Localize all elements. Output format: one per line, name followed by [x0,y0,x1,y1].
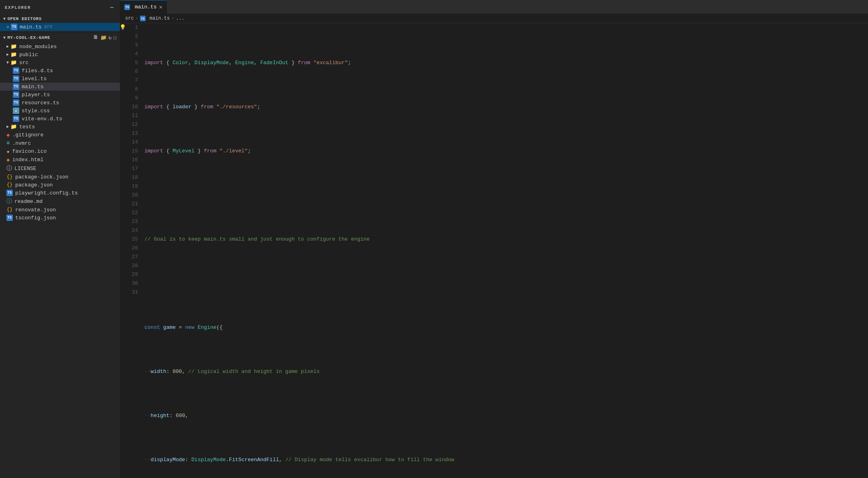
folder-public[interactable]: ► 📁 public [0,51,120,59]
code-line-10: ··displayMode: DisplayMode.FitScreenAndF… [144,456,868,464]
folder-tests-label: tests [19,124,35,130]
more-options-icon[interactable]: ⋯ [110,3,115,12]
folder-tests[interactable]: ► 📁 tests [0,123,120,131]
breadcrumb-sep1: › [136,16,138,21]
json-icon-package-lock: {} [6,174,13,180]
git-icon: ◆ [6,132,10,138]
file-resources-ts-label: resources.ts [22,100,59,106]
folder-src-arrow: ▼ [6,61,9,65]
file-package-lock-json-label: package-lock.json [15,174,69,180]
lightbulb-icon: 💡 [120,23,126,32]
file-tsconfig-json[interactable]: TS tsconfig.json [0,214,120,222]
file-files-d-ts[interactable]: TS files.d.ts [0,67,120,75]
file-nvmrc-label: .nvmrc [12,140,31,146]
breadcrumb-file[interactable]: main.ts [150,16,170,21]
folder-node-modules[interactable]: ► 📁 node_modules [0,43,120,51]
json-icon-package: {} [6,182,13,188]
file-playwright-config-ts[interactable]: TS playwright.config.ts [0,189,120,197]
json-icon-renovate: {} [6,207,13,213]
ts-icon-vite-env: TS [13,115,19,122]
sidebar-header: EXPLORER ⋯ [0,0,120,15]
file-nvmrc[interactable]: ≡ .nvmrc [0,139,120,147]
license-icon: ⓘ [6,165,12,172]
code-lines: import { Color, DisplayMode, Engine, Fad… [141,23,868,478]
folder-src[interactable]: ▼ 📁 src [0,59,120,67]
ts-icon-level-ts: TS [13,75,19,82]
code-line-2: import { loader } from "./resources"; [144,103,868,111]
tab-main-ts[interactable]: TS main.ts ✕ [120,0,167,14]
file-gitignore[interactable]: ◆ .gitignore [0,131,120,139]
sidebar-header-icons: ⋯ [110,3,115,12]
editor-area: TS main.ts ✕ src › TS main.ts › ... 💡 1 … [120,0,868,478]
ts-icon-playwright: TS [6,190,13,196]
folder-public-label: public [19,52,38,58]
file-level-ts[interactable]: TS level.ts [0,75,120,83]
refresh-icon[interactable]: ↻ [108,34,112,41]
project-label: MY-COOL-EX-GAME [8,35,51,40]
breadcrumb-sep2: › [171,16,174,21]
tab-bar: TS main.ts ✕ [120,0,868,14]
folder-public-icon: 📁 [10,51,17,58]
file-style-css-label: style.css [22,108,50,114]
file-style-css[interactable]: # style.css [0,107,120,115]
code-editor[interactable]: 💡 1 2 3 4 5 6 7 8 9 10 11 12 13 14 15 16… [120,23,868,478]
tab-ts-icon: TS [124,4,130,10]
file-tree: ► 📁 node_modules ► 📁 public ▼ 📁 src TS f… [0,43,120,222]
project-arrow: ▼ [3,36,6,40]
code-line-5: // Goal is to keep main.ts small and jus… [144,235,868,244]
tab-filename: main.ts [135,4,157,10]
file-resources-ts[interactable]: TS resources.ts [0,99,120,107]
file-renovate-json[interactable]: {} renovate.json [0,206,120,214]
file-tsconfig-json-label: tsconfig.json [15,215,56,221]
file-vite-env-d-ts[interactable]: TS vite-env.d.ts [0,115,120,123]
file-license[interactable]: ⓘ LICENSE [0,164,120,173]
close-open-editor-icon[interactable]: ✕ [6,24,9,30]
open-editor-main-ts[interactable]: ✕ TS main.ts src [0,23,120,31]
breadcrumb-ts-icon: TS [140,16,146,21]
ico-icon: ★ [6,148,10,155]
file-readme-md[interactable]: ⓘ readme.md [0,197,120,206]
tab-close-icon[interactable]: ✕ [159,4,162,10]
project-actions: 🗎 📁 ↻ ◻ [93,34,117,41]
css-icon-style: # [13,107,19,114]
project-header[interactable]: ▼ MY-COOL-EX-GAME 🗎 📁 ↻ ◻ [0,33,120,43]
file-readme-md-label: readme.md [14,198,43,205]
code-container: 💡 1 2 3 4 5 6 7 8 9 10 11 12 13 14 15 16… [120,23,868,478]
sidebar-title: EXPLORER [5,5,31,10]
folder-public-arrow: ► [6,53,9,57]
code-line-4 [144,191,868,200]
file-vite-env-d-ts-label: vite-env.d.ts [22,116,62,122]
breadcrumb-dots[interactable]: ... [176,16,185,21]
open-editors-header[interactable]: ▼ OPEN EDITORS [0,15,120,23]
code-line-3: import { MyLevel } from "./level"; [144,147,868,156]
file-main-ts[interactable]: TS main.ts [0,83,120,91]
code-line-9: ··height: 600, [144,411,868,420]
breadcrumb-src[interactable]: src [125,16,134,21]
ts-icon-files-d-ts: TS [13,67,19,74]
file-playwright-config-ts-label: playwright.config.ts [15,190,78,196]
file-level-ts-label: level.ts [22,76,47,82]
file-package-json[interactable]: {} package.json [0,181,120,189]
new-file-icon[interactable]: 🗎 [93,34,99,41]
nvmrc-icon: ≡ [6,140,10,146]
ts-icon-tsconfig: TS [6,215,13,221]
ts-icon-main-ts: TS [13,83,19,90]
file-index-html[interactable]: ◈ index.html [0,156,120,164]
file-index-html-label: index.html [12,157,43,163]
open-editors-arrow: ▼ [3,17,6,21]
ts-icon-player-ts: TS [13,91,19,98]
folder-src-icon: 📁 [10,59,17,66]
folder-src-label: src [19,60,28,66]
file-favicon-ico[interactable]: ★ favicon.ico [0,147,120,156]
file-player-ts-label: player.ts [22,92,50,98]
open-editor-src-label: src [44,24,53,30]
open-editors-label: OPEN EDITORS [8,16,42,21]
file-package-lock-json[interactable]: {} package-lock.json [0,173,120,181]
file-player-ts[interactable]: TS player.ts [0,91,120,99]
file-files-d-ts-label: files.d.ts [22,68,53,74]
file-license-label: LICENSE [14,166,37,172]
code-line-7: const game = new Engine({ [144,323,868,332]
new-folder-icon[interactable]: 📁 [100,34,107,41]
breadcrumb: src › TS main.ts › ... [120,14,868,23]
collapse-icon[interactable]: ◻ [114,34,117,41]
